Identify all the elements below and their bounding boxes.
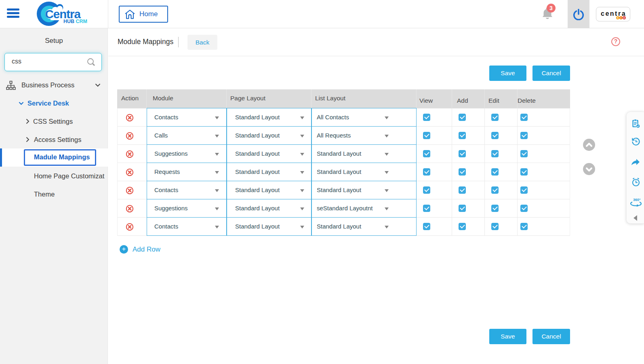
svg-text:HUB CRM: HUB CRM <box>63 19 87 24</box>
svg-text:360°: 360° <box>633 198 641 202</box>
